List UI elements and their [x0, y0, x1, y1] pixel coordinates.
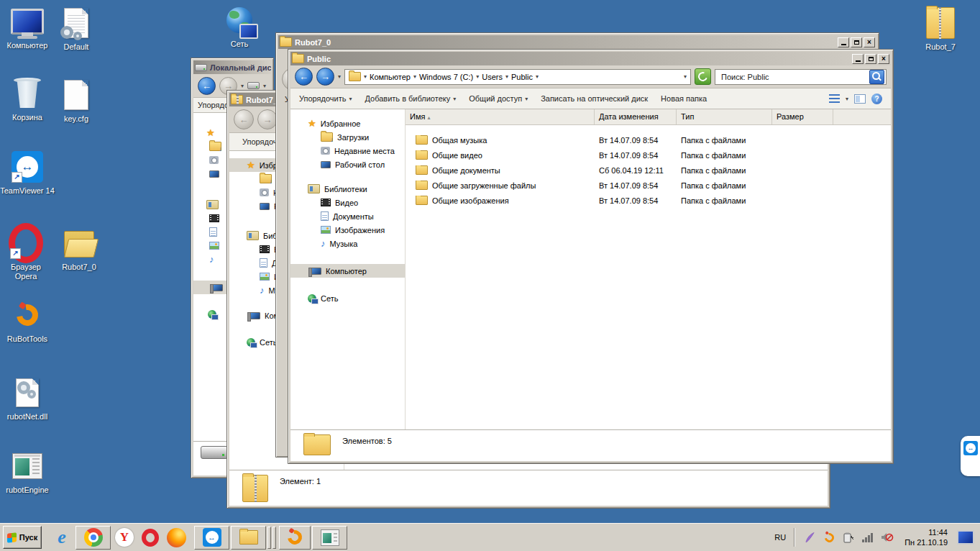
- forward-button[interactable]: →: [316, 68, 334, 86]
- table-row[interactable]: Общая музыка Вт 14.07.09 8:54 Папка с фа…: [406, 132, 891, 147]
- sidebar-item-documents[interactable]: Документы: [290, 209, 405, 223]
- taskbar-icon-opera[interactable]: [137, 527, 163, 549]
- column-header-date[interactable]: Дата изменения: [595, 109, 677, 124]
- network-signal-tray-icon[interactable]: [861, 530, 874, 545]
- sidebar-item-desktop[interactable]: Рабочий стол: [290, 158, 405, 171]
- taskbar-button-rubottools[interactable]: [279, 526, 311, 550]
- desktop-icon-default[interactable]: Default: [50, 6, 102, 52]
- folder-icon: [416, 150, 428, 160]
- search-button[interactable]: [869, 70, 884, 84]
- taskbar-icon-yandex[interactable]: Y: [111, 527, 137, 549]
- power-plug-tray-icon[interactable]: [842, 530, 855, 545]
- history-dropdown-icon[interactable]: ▾: [338, 73, 341, 80]
- start-button[interactable]: Пуск: [3, 526, 42, 549]
- column-header-name[interactable]: Имя▴: [406, 109, 595, 124]
- address-bar[interactable]: ▾ Компьютер ▾ Windows 7 (C:) ▾ Users ▾ P…: [344, 69, 691, 85]
- rubottools-tray-icon[interactable]: [823, 530, 835, 545]
- search-box[interactable]: [715, 69, 887, 85]
- sidebar-item-music[interactable]: ♪Музыка: [290, 237, 405, 250]
- help-icon[interactable]: ?: [871, 94, 882, 104]
- maximize-button[interactable]: [851, 37, 862, 47]
- crumb-separator-icon[interactable]: ▾: [536, 73, 539, 80]
- language-indicator[interactable]: RU: [774, 533, 786, 542]
- taskbar-button-teamviewer[interactable]: ↔: [194, 526, 229, 550]
- sidebar-item-recent[interactable]: Недавние места: [290, 144, 405, 158]
- crumb-separator-icon[interactable]: ▾: [505, 73, 508, 80]
- table-row[interactable]: Общие загруженные файлы Вт 14.07.09 8:54…: [406, 178, 891, 193]
- desktop-icon-rubottools[interactable]: RuBotTools: [0, 298, 55, 344]
- desktop-icon-computer[interactable]: Компьютер: [0, 4, 55, 50]
- desktop-icon-key-cfg[interactable]: key.cfg: [50, 78, 102, 124]
- add-to-library-menu[interactable]: Добавить в библиотеку▾: [365, 94, 456, 103]
- pen-tray-icon[interactable]: [803, 530, 816, 545]
- sidebar-item-computer[interactable]: Компьютер: [290, 264, 405, 278]
- minimize-button[interactable]: [852, 54, 864, 64]
- crumb-separator-icon[interactable]: ▾: [413, 73, 416, 80]
- views-dropdown-icon[interactable]: ▾: [263, 83, 266, 89]
- desktop-icon-rubotnet[interactable]: rubotNet.dll: [0, 375, 55, 422]
- crumb-separator-icon[interactable]: ▾: [364, 73, 367, 80]
- rubot70-titlebar[interactable]: Rubot7_0 ×: [278, 35, 876, 49]
- zip-folder-icon-large: [242, 475, 268, 502]
- close-button[interactable]: ×: [878, 54, 889, 64]
- back-button[interactable]: ←: [295, 68, 313, 86]
- desktop-icon-teamviewer[interactable]: ↔↗ TeamViewer 14: [0, 150, 55, 196]
- taskbar-icon-ie[interactable]: e: [49, 527, 75, 549]
- taskbar-button-explorer[interactable]: [231, 526, 266, 550]
- table-row[interactable]: Общие изображения Вт 14.07.09 8:54 Папка…: [406, 193, 891, 208]
- desktop-icon-rubotengine[interactable]: rubotEngine: [0, 449, 55, 495]
- history-dropdown-icon[interactable]: ▾: [241, 83, 244, 89]
- desktop-icon-opera[interactable]: ↗ Браузер Opera: [0, 226, 52, 281]
- column-header-blank[interactable]: [833, 109, 891, 124]
- breadcrumb-computer[interactable]: Компьютер: [370, 73, 411, 81]
- views-dropdown-icon[interactable]: ▾: [846, 96, 848, 102]
- taskbar-icon-firefox[interactable]: [163, 527, 189, 549]
- column-header-type[interactable]: Тип: [677, 109, 772, 124]
- views-icon[interactable]: [829, 94, 840, 103]
- desktop-icon-recycle-bin[interactable]: Корзина: [0, 76, 55, 122]
- taskbar-clock[interactable]: 11:44 Пн 21.10.19: [905, 527, 948, 547]
- close-button[interactable]: ×: [864, 37, 875, 47]
- sidebar-item-video[interactable]: Видео: [290, 196, 405, 209]
- new-folder-button[interactable]: Новая папка: [661, 94, 707, 103]
- crumb-separator-icon[interactable]: ▾: [476, 73, 479, 80]
- video-icon: [260, 245, 270, 253]
- burn-button[interactable]: Записать на оптический диск: [541, 94, 648, 103]
- forward-button[interactable]: →: [257, 109, 278, 129]
- table-row[interactable]: Общие документы Сб 06.04.19 12:11 Папка …: [406, 163, 891, 178]
- table-row[interactable]: Общие видео Вт 14.07.09 8:54 Папка с фай…: [406, 147, 891, 163]
- taskbar-button-chrome[interactable]: [75, 526, 111, 550]
- maximize-button[interactable]: [865, 54, 876, 64]
- pictures-icon: [260, 273, 270, 281]
- sidebar-item-network[interactable]: Сеть: [290, 291, 405, 305]
- public-navbar: ← → ▾ ▾ Компьютер ▾ Windows 7 (C:) ▾ Use…: [290, 65, 891, 88]
- organize-menu[interactable]: Упорядочить▾: [299, 94, 352, 103]
- show-desktop-button[interactable]: [957, 530, 974, 545]
- sidebar-item-downloads[interactable]: ↓Загрузки: [290, 130, 405, 144]
- share-menu[interactable]: Общий доступ▾: [469, 94, 528, 103]
- taskbar-button-rubotengine[interactable]: [312, 526, 347, 550]
- sidebar-item-favorites[interactable]: ★Избранное: [290, 117, 405, 130]
- desktop-icon-network[interactable]: Сеть: [212, 3, 267, 49]
- downloads-folder-icon: ↓: [260, 174, 272, 183]
- minimize-button[interactable]: [838, 37, 849, 47]
- local-disk-titlebar[interactable]: Локальный диск: [193, 60, 271, 74]
- search-input[interactable]: [720, 72, 869, 82]
- refresh-button[interactable]: [695, 68, 711, 85]
- preview-pane-icon[interactable]: [854, 94, 866, 104]
- desktop-icon-rubot7-folder[interactable]: Rubot7_0: [52, 226, 106, 272]
- teamviewer-panel-tab[interactable]: ↔: [961, 436, 980, 476]
- address-dropdown-icon[interactable]: ▾: [684, 73, 687, 80]
- volume-muted-tray-icon[interactable]: [881, 530, 894, 545]
- sidebar-item-libraries[interactable]: Библиотеки: [290, 182, 405, 196]
- taskbar-grouped-windows[interactable]: [267, 527, 276, 549]
- breadcrumb-public[interactable]: Public: [511, 73, 533, 81]
- public-titlebar[interactable]: Public ×: [290, 52, 891, 65]
- desktop-icon-rubot7-zip[interactable]: Rubot_7: [913, 6, 968, 52]
- breadcrumb-users[interactable]: Users: [482, 73, 503, 81]
- sidebar-item-pictures[interactable]: Изображения: [290, 223, 405, 237]
- back-button[interactable]: ←: [234, 109, 254, 129]
- breadcrumb-drive[interactable]: Windows 7 (C:): [419, 73, 473, 81]
- back-button[interactable]: ←: [198, 77, 216, 95]
- column-header-size[interactable]: Размер: [772, 109, 833, 124]
